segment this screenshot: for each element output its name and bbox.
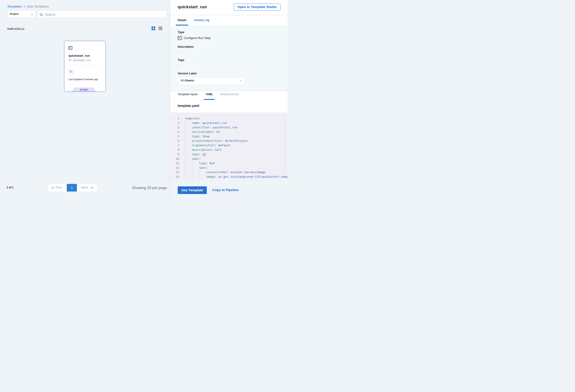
svg-text:STEP: STEP: [80, 89, 88, 91]
